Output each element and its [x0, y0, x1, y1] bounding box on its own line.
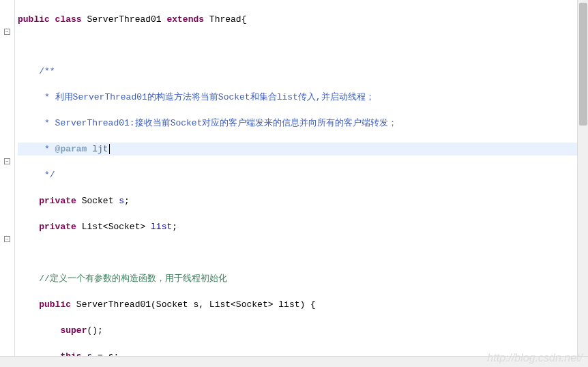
- horizontal-scrollbar[interactable]: [0, 356, 588, 367]
- code-line: [18, 246, 588, 259]
- code-line-active: * @param ljt: [18, 143, 588, 156]
- fold-marker[interactable]: −: [4, 29, 10, 35]
- code-line: * ServerThread01:接收当前Socket对应的客户端发来的信息并向…: [18, 117, 588, 130]
- vertical-scrollbar[interactable]: [577, 0, 588, 367]
- fold-marker[interactable]: −: [4, 158, 10, 164]
- text-cursor: [109, 144, 110, 154]
- code-line: private Socket s;: [18, 194, 588, 207]
- code-line: super();: [18, 324, 588, 337]
- code-line: public class ServerThread01 extends Thre…: [18, 13, 588, 26]
- code-line: * 利用ServerThread01的构造方法将当前Socket和集合list传…: [18, 91, 588, 104]
- scrollbar-thumb[interactable]: [579, 3, 587, 126]
- code-area[interactable]: public class ServerThread01 extends Thre…: [15, 0, 588, 367]
- code-line: /**: [18, 65, 588, 78]
- code-line: private List<Socket> list;: [18, 220, 588, 233]
- code-line: [18, 39, 588, 52]
- code-line: //定义一个有参数的构造函数，用于线程初始化: [18, 272, 588, 285]
- code-editor: − − − public class ServerThread01 extend…: [0, 0, 588, 367]
- code-line: */: [18, 168, 588, 181]
- gutter: − − −: [0, 0, 15, 367]
- code-line: public ServerThread01(Socket s, List<Soc…: [18, 298, 588, 311]
- fold-marker[interactable]: −: [4, 236, 10, 242]
